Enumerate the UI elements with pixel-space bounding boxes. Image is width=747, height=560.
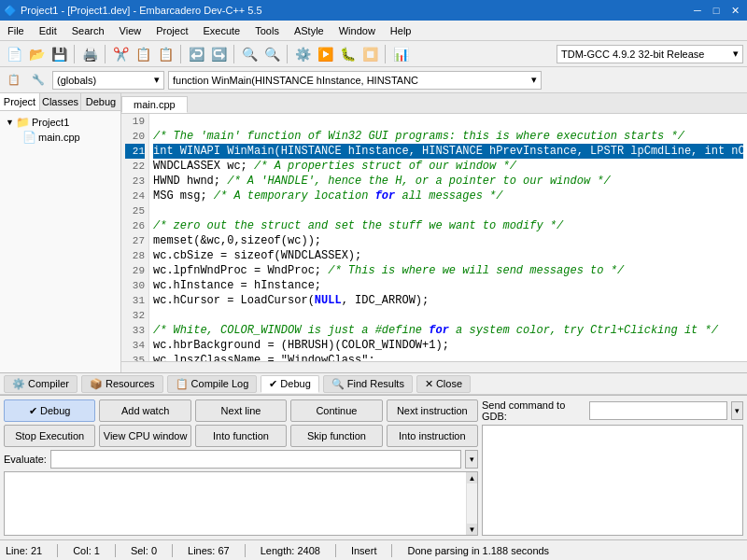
- sidebar-tab-debug[interactable]: Debug: [81, 93, 120, 110]
- open-file-icon[interactable]: 📂: [26, 44, 47, 64]
- compile-icon[interactable]: ⚙️: [292, 44, 313, 64]
- save-icon[interactable]: 💾: [49, 44, 69, 64]
- tab-find-results[interactable]: 🔍 Find Results: [323, 375, 413, 393]
- globals-dropdown[interactable]: (globals) ▾: [52, 71, 164, 90]
- tree-file-item[interactable]: 📄 main.cpp: [4, 130, 117, 145]
- menu-item-view[interactable]: View: [112, 21, 149, 40]
- profile-icon[interactable]: 📊: [390, 44, 411, 64]
- copy-icon[interactable]: 📋: [133, 44, 153, 64]
- status-lines: Lines: 67: [188, 545, 230, 556]
- menu-item-edit[interactable]: Edit: [32, 21, 64, 40]
- compiler-dropdown-arrow[interactable]: ▾: [733, 48, 739, 60]
- code-line-25[interactable]: [153, 203, 743, 218]
- next-instruction-button[interactable]: Next instruction: [387, 399, 478, 422]
- code-editor[interactable]: 1920212223242526272829303132333435363738…: [121, 114, 747, 361]
- code-content[interactable]: /* The 'main' function of Win32 GUI prog…: [149, 114, 747, 361]
- tree-root-item[interactable]: ▼ 📁 Project1: [4, 115, 117, 130]
- code-line-33[interactable]: /* White, COLOR_WINDOW is just a #define…: [153, 323, 743, 338]
- close-window-button[interactable]: ✕: [726, 2, 743, 19]
- send-cmd-dropdown-btn[interactable]: ▾: [731, 401, 743, 420]
- function-dropdown[interactable]: function WinMain(HINSTANCE hInstance, HI…: [168, 71, 542, 90]
- code-line-34[interactable]: wc.hbrBackground = (HBRUSH)(COLOR_WINDOW…: [153, 338, 743, 353]
- globals-arrow[interactable]: ▾: [154, 74, 160, 86]
- code-line-20[interactable]: /* The 'main' function of Win32 GUI prog…: [153, 129, 743, 144]
- redo-icon[interactable]: ↪️: [208, 44, 229, 64]
- into-function-label: Into function: [213, 430, 269, 441]
- code-line-26[interactable]: /* zero out the struct and set the stuff…: [153, 218, 743, 233]
- toolbar-sep1: [74, 45, 75, 63]
- run-icon[interactable]: ▶️: [315, 44, 335, 64]
- code-line-30[interactable]: wc.hInstance = hInstance;: [153, 278, 743, 293]
- maximize-button[interactable]: □: [708, 2, 725, 19]
- code-line-29[interactable]: wc.lpfnWndProc = WndProc; /* This is whe…: [153, 263, 743, 278]
- status-message: Done parsing in 1.188 seconds: [407, 545, 549, 556]
- menu-item-window[interactable]: Window: [331, 21, 383, 40]
- menu-item-help[interactable]: Help: [383, 21, 419, 40]
- line-num-35: 35: [125, 353, 145, 361]
- new-file-icon[interactable]: 📄: [4, 44, 24, 64]
- code-line-31[interactable]: wc.hCursor = LoadCursor(NULL, IDC_ARROW)…: [153, 293, 743, 308]
- debug-button[interactable]: ✔ Debug: [4, 399, 95, 422]
- menu-item-search[interactable]: Search: [64, 21, 112, 40]
- send-cmd-input[interactable]: [589, 401, 727, 420]
- function-arrow[interactable]: ▾: [531, 74, 537, 86]
- horizontal-scrollbar[interactable]: [121, 361, 747, 372]
- sidebar-tab-project[interactable]: Project: [0, 93, 40, 110]
- code-line-27[interactable]: memset(&wc,0,sizeof(wc));: [153, 233, 743, 248]
- code-line-22[interactable]: WNDCLASSEX wc; /* A properties struct of…: [153, 159, 743, 174]
- debug-run-icon[interactable]: 🐛: [337, 44, 358, 64]
- cut-icon[interactable]: ✂️: [110, 44, 131, 64]
- menu-item-tools[interactable]: Tools: [247, 21, 287, 40]
- tab-debug[interactable]: ✔ Debug: [261, 375, 318, 393]
- evaluate-dropdown-btn[interactable]: ▾: [465, 450, 478, 469]
- menu-item-astyle[interactable]: AStyle: [287, 21, 331, 40]
- paste-icon[interactable]: 📋: [155, 44, 176, 64]
- skip-function-button[interactable]: Skip function: [290, 425, 382, 447]
- compile-log-tab-label: Compile Log: [191, 378, 249, 389]
- stop-execution-button[interactable]: Stop Execution: [4, 425, 95, 447]
- titlebar-title: 🔷 Project1 - [Project1.dev] - Embarcader…: [4, 5, 262, 17]
- replace-icon[interactable]: 🔍: [261, 44, 282, 64]
- continue-button[interactable]: Continue: [290, 399, 382, 422]
- code-line-19[interactable]: [153, 114, 743, 129]
- eval-scroll-down[interactable]: ▼: [467, 524, 477, 535]
- code-line-21[interactable]: int WINAPI WinMain(HINSTANCE hInstance, …: [153, 144, 743, 159]
- view-cpu-button[interactable]: View CPU window: [99, 425, 190, 447]
- menu-item-execute[interactable]: Execute: [195, 21, 247, 40]
- find-icon[interactable]: 🔍: [239, 44, 260, 64]
- code-line-32[interactable]: [153, 308, 743, 323]
- tab-compiler[interactable]: ⚙️ Compiler: [4, 375, 78, 393]
- evaluate-input[interactable]: [50, 450, 461, 469]
- toolbar-sep6: [385, 45, 386, 63]
- print-icon[interactable]: 🖨️: [79, 44, 100, 64]
- compiler-selector[interactable]: TDM-GCC 4.9.2 32-bit Release ▾: [557, 45, 743, 63]
- tab-close[interactable]: ✕ Close: [416, 375, 471, 393]
- code-line-28[interactable]: wc.cbSize = sizeof(WNDCLASSEX);: [153, 248, 743, 263]
- tree-arrow: ▼: [6, 118, 14, 127]
- add-watch-button[interactable]: Add watch: [99, 399, 190, 422]
- line-num-33: 33: [125, 323, 145, 338]
- stop-icon[interactable]: ⏹️: [359, 44, 380, 64]
- undo-icon[interactable]: ↩️: [186, 44, 206, 64]
- line-num-29: 29: [125, 263, 145, 278]
- minimize-button[interactable]: ─: [689, 2, 706, 19]
- menu-item-project[interactable]: Project: [148, 21, 195, 40]
- status-sep4: [245, 544, 246, 557]
- menu-item-file[interactable]: File: [0, 21, 32, 40]
- toolbar1: 📄 📂 💾 🖨️ ✂️ 📋 📋 ↩️ ↪️ 🔍 🔍 ⚙️ ▶️ 🐛 ⏹️ 📊 T…: [0, 41, 747, 67]
- resources-tab-icon: 📦: [90, 378, 103, 390]
- tab-resources[interactable]: 📦 Resources: [81, 375, 163, 393]
- eval-scroll-up[interactable]: ▲: [467, 472, 477, 483]
- into-function-button[interactable]: Into function: [195, 425, 287, 447]
- tab-compile-log[interactable]: 📋 Compile Log: [167, 375, 258, 393]
- tb2-icon2[interactable]: 🔧: [28, 70, 49, 91]
- code-line-35[interactable]: wc.lpszClassName = "WindowClass";: [153, 353, 743, 361]
- code-line-24[interactable]: MSG msg; /* A temporary location for all…: [153, 189, 743, 203]
- code-line-23[interactable]: HWND hwnd; /* A 'HANDLE', hence the H, o…: [153, 174, 743, 189]
- tb2-icon1[interactable]: 📋: [4, 70, 24, 91]
- debug-right-panel: Send command to GDB: ▾: [482, 399, 743, 536]
- into-instruction-button[interactable]: Into instruction: [387, 425, 478, 447]
- next-line-button[interactable]: Next line: [195, 399, 287, 422]
- sidebar-tab-classes[interactable]: Classes: [40, 93, 81, 110]
- code-tab-main[interactable]: main.cpp: [121, 96, 188, 113]
